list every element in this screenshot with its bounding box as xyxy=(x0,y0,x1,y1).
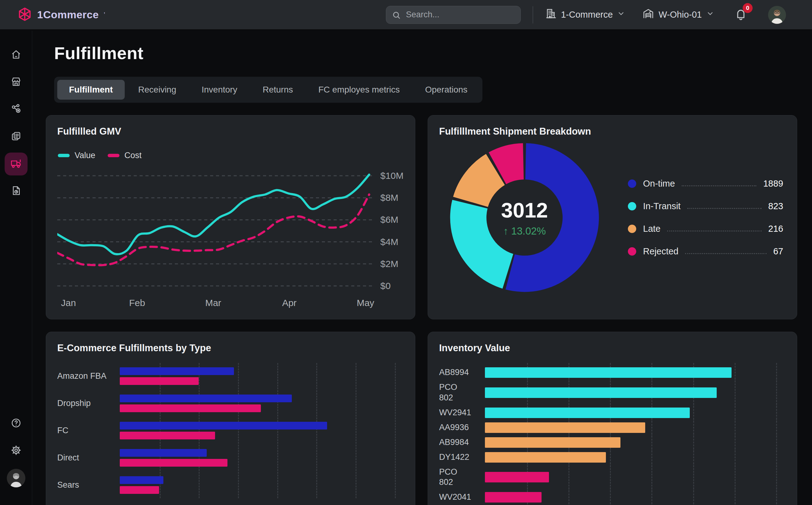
tab-fc-employes-metrics[interactable]: FC employes metrics xyxy=(307,80,412,100)
tab-returns[interactable]: Returns xyxy=(251,80,305,100)
inventory-row: AB8994 xyxy=(439,367,786,378)
inventory-bar[interactable] xyxy=(485,387,717,398)
user-avatar[interactable] xyxy=(768,6,786,24)
bar-track xyxy=(485,407,786,418)
inventory-bar[interactable] xyxy=(485,472,549,482)
gridline xyxy=(776,503,777,505)
gridline xyxy=(355,445,356,471)
app-logo[interactable]: 1Commerce ’ xyxy=(17,7,105,23)
cost-swatch xyxy=(108,154,120,157)
tab-receiving[interactable]: Receiving xyxy=(127,80,188,100)
inventory-bar[interactable] xyxy=(485,407,690,418)
gridline xyxy=(160,390,161,416)
sku-label: WV2941 xyxy=(439,407,485,418)
legend-value: 823 xyxy=(768,201,783,211)
bar-blue[interactable] xyxy=(120,394,292,402)
bar-pink[interactable] xyxy=(120,459,227,467)
svg-text:$8M: $8M xyxy=(380,192,398,203)
gridline xyxy=(355,390,356,416)
inventory-bar[interactable] xyxy=(485,492,541,503)
svg-text:Mar: Mar xyxy=(205,298,221,308)
legend-item-in-transit[interactable]: In-Transit 823 xyxy=(628,201,783,211)
inventory-row: DY1422 xyxy=(439,452,786,463)
card-title: E-Commerce Fulfillments by Type xyxy=(57,343,404,354)
bar-pink[interactable] xyxy=(120,486,159,494)
card-fulfillments-by-type: E-Commerce Fulfillments by Type Amazon F… xyxy=(46,332,415,505)
inventory-bar[interactable] xyxy=(485,452,606,463)
report-icon xyxy=(10,185,22,197)
inventory-row: PCO 802 xyxy=(439,382,786,403)
gridline xyxy=(277,417,278,444)
gridline xyxy=(693,503,694,505)
warehouse-picker[interactable]: W-Ohio-01 xyxy=(642,8,714,22)
gridline xyxy=(277,363,278,389)
bar-blue[interactable] xyxy=(120,476,163,484)
org-picker[interactable]: 1-Commerce xyxy=(545,8,625,22)
inventory-row: WV2041 xyxy=(439,492,786,503)
top-bar: 1Commerce ’ 1-Commerce W xyxy=(0,0,812,30)
help-icon xyxy=(10,417,22,430)
donut-segment-in-transit[interactable] xyxy=(450,200,513,289)
gridline xyxy=(316,390,317,416)
sidebar-profile-avatar[interactable] xyxy=(5,467,27,490)
search-box[interactable] xyxy=(386,6,521,24)
svg-text:$10M: $10M xyxy=(380,170,403,181)
bar-track xyxy=(120,449,404,467)
legend-item-late[interactable]: Late 216 xyxy=(628,224,783,234)
gridline xyxy=(199,472,200,498)
gridline xyxy=(160,417,161,444)
legend-item-cost[interactable]: Cost xyxy=(108,151,142,160)
inventory-bar[interactable] xyxy=(485,367,732,378)
inventory-row: AA9936 xyxy=(439,423,786,433)
tab-operations[interactable]: Operations xyxy=(414,80,479,100)
inventory-bar[interactable] xyxy=(485,437,621,448)
card-shipment-breakdown: Fulfilllment Shipment Breakdown 3012 ↑ 1… xyxy=(428,115,797,319)
sidebar-item-store[interactable] xyxy=(5,71,27,94)
sidebar-item-reports[interactable] xyxy=(5,180,27,203)
sidebar-item-fulfillment[interactable] xyxy=(5,153,27,175)
bar-track xyxy=(485,382,786,403)
search-input[interactable] xyxy=(386,6,521,24)
documents-icon xyxy=(10,131,22,143)
logo-mark: ’ xyxy=(104,11,105,18)
inventory-bar[interactable] xyxy=(485,423,645,433)
sidebar-item-help[interactable] xyxy=(5,412,27,435)
topbar-divider xyxy=(532,6,533,23)
bar-track xyxy=(120,394,404,412)
store-icon xyxy=(10,76,22,89)
tab-fulfillment[interactable]: Fulfillment xyxy=(57,80,125,100)
bar-pink[interactable] xyxy=(120,377,199,385)
legend-label: Cost xyxy=(124,151,142,160)
bar-blue[interactable] xyxy=(120,367,234,375)
sidebar-item-settings[interactable] xyxy=(5,440,27,462)
sidebar-item-orders[interactable] xyxy=(5,125,27,148)
gmv-line-chart[interactable]: $10M$8M$6M$4M$2M$0JanFebMarAprMay xyxy=(57,165,404,310)
leader-line xyxy=(687,208,761,209)
in-transit-dot xyxy=(628,202,636,210)
bar-group-dropship: Dropship xyxy=(57,394,404,412)
sidebar-item-integrations[interactable] xyxy=(5,98,27,121)
sidebar-item-home[interactable] xyxy=(5,44,27,66)
tab-inventory[interactable]: Inventory xyxy=(190,80,249,100)
bar-blue[interactable] xyxy=(120,422,327,430)
bar-blue[interactable] xyxy=(120,449,207,457)
gridline xyxy=(238,390,239,416)
legend-item-rejected[interactable]: Rejected 67 xyxy=(628,246,783,257)
shipment-donut-chart[interactable]: 3012 ↑ 13.02% xyxy=(447,140,602,295)
notifications-button[interactable]: 0 xyxy=(734,7,748,22)
gridline xyxy=(355,417,356,444)
legend-item-value[interactable]: Value xyxy=(58,151,95,160)
bar-pink[interactable] xyxy=(120,404,261,412)
bar-track xyxy=(485,452,786,463)
legend-item-on-time[interactable]: On-time 1889 xyxy=(628,179,783,189)
bar-group-direct: Direct xyxy=(57,449,404,467)
gear-icon xyxy=(10,445,22,457)
bar-pink[interactable] xyxy=(120,432,215,440)
rejected-dot xyxy=(628,247,636,256)
legend-label: Value xyxy=(74,151,95,160)
gridline xyxy=(316,445,317,471)
gridline xyxy=(277,445,278,471)
gridline xyxy=(316,363,317,389)
bar-track xyxy=(485,492,786,503)
gridline xyxy=(355,363,356,389)
